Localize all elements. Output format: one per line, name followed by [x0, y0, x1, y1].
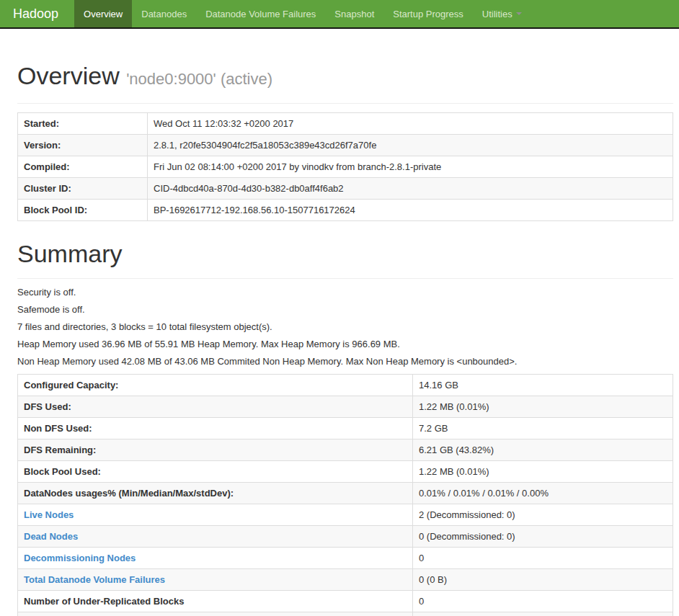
nav-item-label: Datanode Volume Failures [205, 9, 316, 19]
row-label[interactable]: Decommissioning Nodes [18, 548, 413, 569]
namenode-address: 'node0:9000' (active) [126, 70, 272, 88]
row-label: Started: [18, 113, 148, 135]
row-label[interactable]: Total Datanode Volume Failures [18, 569, 413, 591]
row-label[interactable]: Live Nodes [18, 504, 413, 526]
table-row: Block Pool Used: 1.22 MB (0.01%) [18, 461, 673, 483]
table-row: Number of Under-Replicated Blocks 0 [18, 591, 673, 612]
nav-item[interactable]: Startup Progress [383, 0, 473, 27]
status-line: Safemode is off. [17, 305, 673, 314]
row-label: Block Pool ID: [18, 200, 148, 221]
row-label: Block Pool Used: [18, 461, 413, 483]
nav-item-label: Startup Progress [393, 9, 463, 19]
table-row: Configured Capacity: 14.16 GB [18, 375, 673, 396]
row-value: 6.21 GB (43.82%) [413, 439, 673, 461]
divider [17, 103, 673, 104]
table-row: Dead Nodes 0 (Decommissioned: 0) [18, 526, 673, 548]
table-row: DFS Used: 1.22 MB (0.01%) [18, 396, 673, 418]
table-row: Compiled: Fri Jun 02 08:14:00 +0200 2017… [18, 156, 673, 178]
row-value: 2 (Decommissioned: 0) [413, 504, 673, 526]
navbar: Hadoop Overview Datanodes Datanode Volum… [0, 0, 679, 29]
row-value: 14.16 GB [413, 375, 673, 396]
status-line: 7 files and directories, 3 blocks = 10 t… [17, 322, 673, 331]
overview-info-table: Started: Wed Oct 11 12:03:32 +0200 2017 … [17, 112, 673, 221]
row-value: 7.2 GB [413, 418, 673, 439]
row-value: CID-4dbcd40a-870d-4d30-b382-db0aff4f6ab2 [148, 178, 673, 200]
table-row: Non DFS Used: 7.2 GB [18, 418, 673, 439]
row-value: 2.8.1, r20fe5304904fc2f5a18053c389e43cd2… [148, 135, 673, 156]
row-value: 0 [413, 591, 673, 612]
status-line: Non Heap Memory used 42.08 MB of 43.06 M… [17, 357, 673, 366]
row-label: Configured Capacity: [18, 375, 413, 396]
table-row: Total Datanode Volume Failures 0 (0 B) [18, 569, 673, 591]
brand-hadoop[interactable]: Hadoop [0, 0, 74, 27]
row-value: 1.22 MB (0.01%) [413, 461, 673, 483]
table-row: Live Nodes 2 (Decommissioned: 0) [18, 504, 673, 526]
row-label: Version: [18, 135, 148, 156]
table-row: Cluster ID: CID-4dbcd40a-870d-4d30-b382-… [18, 178, 673, 200]
summary-status-lines: Security is off. Safemode is off. 7 file… [17, 287, 673, 366]
row-value: 0 [413, 548, 673, 569]
summary-title: Summary [17, 240, 673, 268]
row-value: 0 (0 B) [413, 569, 673, 591]
row-label: DataNodes usages% (Min/Median/Max/stdDev… [18, 483, 413, 504]
nav-item-label: Datanodes [141, 9, 187, 19]
table-row: Block Pool ID: BP-1692617712-192.168.56.… [18, 200, 673, 221]
row-value: 0 (Decommissioned: 0) [413, 526, 673, 548]
chevron-down-icon [516, 12, 522, 15]
status-line: Heap Memory used 36.96 MB of 55.91 MB He… [17, 339, 673, 349]
row-label: Compiled: [18, 156, 148, 178]
nav-item-label: Utilities [482, 9, 512, 19]
nav-item[interactable]: Overview [74, 0, 132, 27]
row-value: BP-1692617712-192.168.56.10-150771617262… [148, 200, 673, 221]
nav-item[interactable]: Snapshot [325, 0, 383, 27]
nav-item[interactable]: Datanodes [132, 0, 196, 27]
table-row: DFS Remaining: 6.21 GB (43.82%) [18, 439, 673, 461]
row-value: Fri Jun 02 08:14:00 +0200 2017 by vinodk… [148, 156, 673, 178]
row-value: 0.01% / 0.01% / 0.01% / 0.00% [413, 483, 673, 504]
row-label: Non DFS Used: [18, 418, 413, 439]
page-title-text: Overview [17, 62, 120, 89]
row-value: 0 [413, 612, 673, 616]
table-row: Decommissioning Nodes 0 [18, 548, 673, 569]
content: Overview 'node0:9000' (active) Started: … [0, 62, 679, 616]
nav-menu: Overview Datanodes Datanode Volume Failu… [74, 0, 531, 27]
page-title: Overview 'node0:9000' (active) [17, 62, 673, 93]
nav-item-label: Snapshot [334, 9, 374, 19]
nav-item[interactable]: Utilities [473, 0, 531, 27]
status-line: Security is off. [17, 287, 673, 297]
row-label: DFS Remaining: [18, 439, 413, 461]
row-value: 1.22 MB (0.01%) [413, 396, 673, 418]
table-row: DataNodes usages% (Min/Median/Max/stdDev… [18, 483, 673, 504]
nav-item[interactable]: Datanode Volume Failures [196, 0, 325, 27]
table-row: Version: 2.8.1, r20fe5304904fc2f5a18053c… [18, 135, 673, 156]
row-label: Cluster ID: [18, 178, 148, 200]
row-label: Number of Blocks Pending Deletion [18, 612, 413, 616]
row-label: DFS Used: [18, 396, 413, 418]
row-label[interactable]: Dead Nodes [18, 526, 413, 548]
summary-stats-table: Configured Capacity: 14.16 GB DFS Used: … [17, 374, 673, 616]
table-row: Number of Blocks Pending Deletion 0 [18, 612, 673, 616]
nav-item-label: Overview [84, 9, 123, 19]
table-row: Started: Wed Oct 11 12:03:32 +0200 2017 [18, 113, 673, 135]
row-value: Wed Oct 11 12:03:32 +0200 2017 [148, 113, 673, 135]
row-label: Number of Under-Replicated Blocks [18, 591, 413, 612]
divider [17, 278, 673, 279]
